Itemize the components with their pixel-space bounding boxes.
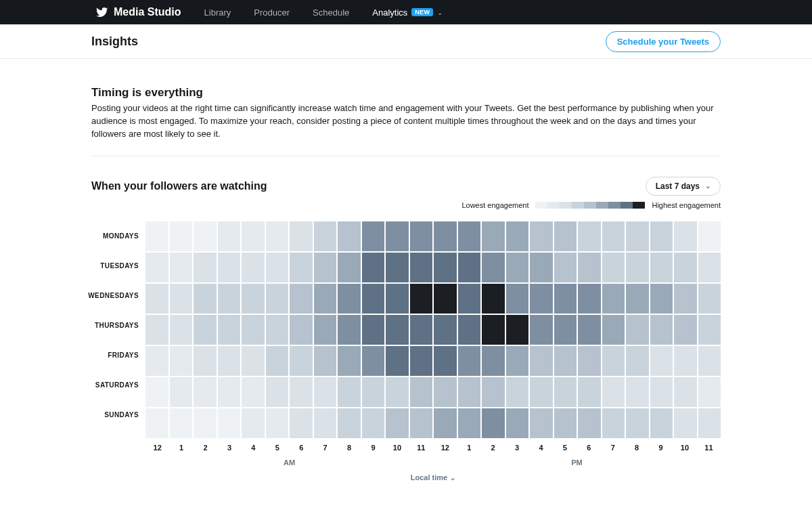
heatmap-cell[interactable]: [218, 221, 241, 251]
heatmap-cell[interactable]: [674, 408, 697, 438]
heatmap-cell[interactable]: [530, 284, 553, 314]
heatmap-cell[interactable]: [458, 315, 481, 345]
heatmap-cell[interactable]: [530, 377, 553, 407]
heatmap-cell[interactable]: [362, 377, 385, 407]
heatmap-cell[interactable]: [410, 284, 433, 314]
nav-analytics[interactable]: Analytics NEW ⌄: [372, 7, 443, 18]
heatmap-cell[interactable]: [674, 315, 697, 345]
heatmap-cell[interactable]: [506, 408, 529, 438]
heatmap-cell[interactable]: [482, 408, 505, 438]
heatmap-cell[interactable]: [530, 315, 553, 345]
heatmap-cell[interactable]: [338, 253, 361, 282]
nav-producer[interactable]: Producer: [254, 7, 290, 18]
heatmap-cell[interactable]: [218, 284, 241, 314]
heatmap-cell[interactable]: [458, 221, 481, 251]
heatmap-cell[interactable]: [578, 377, 601, 407]
heatmap-cell[interactable]: [626, 377, 649, 407]
heatmap-cell[interactable]: [698, 346, 721, 376]
heatmap-cell[interactable]: [698, 284, 721, 314]
heatmap-cell[interactable]: [602, 346, 625, 376]
heatmap-cell[interactable]: [218, 253, 241, 282]
heatmap-cell[interactable]: [554, 315, 577, 345]
heatmap-cell[interactable]: [578, 346, 601, 376]
heatmap-cell[interactable]: [410, 315, 433, 345]
date-range-button[interactable]: Last 7 days ⌄: [646, 177, 721, 196]
heatmap-cell[interactable]: [506, 346, 529, 376]
heatmap-cell[interactable]: [482, 315, 505, 345]
heatmap-cell[interactable]: [578, 408, 601, 438]
heatmap-cell[interactable]: [650, 221, 673, 251]
heatmap-cell[interactable]: [698, 315, 721, 345]
heatmap-cell[interactable]: [602, 253, 625, 282]
heatmap-cell[interactable]: [314, 377, 337, 407]
heatmap-cell[interactable]: [554, 408, 577, 438]
heatmap-cell[interactable]: [434, 346, 457, 376]
heatmap-cell[interactable]: [194, 377, 217, 407]
heatmap-cell[interactable]: [554, 346, 577, 376]
heatmap-cell[interactable]: [362, 284, 385, 314]
heatmap-cell[interactable]: [266, 253, 289, 282]
heatmap-cell[interactable]: [602, 284, 625, 314]
heatmap-cell[interactable]: [674, 253, 697, 282]
timezone-selector[interactable]: Local time⌄: [145, 473, 721, 481]
heatmap-cell[interactable]: [338, 377, 361, 407]
heatmap-cell[interactable]: [434, 377, 457, 407]
heatmap-cell[interactable]: [530, 221, 553, 251]
heatmap-cell[interactable]: [626, 315, 649, 345]
heatmap-cell[interactable]: [242, 377, 265, 407]
heatmap-cell[interactable]: [266, 346, 289, 376]
heatmap-cell[interactable]: [410, 346, 433, 376]
brand[interactable]: Media Studio: [96, 6, 181, 18]
heatmap-cell[interactable]: [170, 346, 193, 376]
heatmap-cell[interactable]: [458, 377, 481, 407]
heatmap-cell[interactable]: [650, 315, 673, 345]
heatmap-cell[interactable]: [145, 408, 168, 438]
heatmap-cell[interactable]: [674, 377, 697, 407]
heatmap-cell[interactable]: [170, 315, 193, 345]
heatmap-cell[interactable]: [554, 253, 577, 282]
heatmap-cell[interactable]: [145, 377, 168, 407]
heatmap-cell[interactable]: [698, 377, 721, 407]
heatmap-cell[interactable]: [314, 346, 337, 376]
heatmap-cell[interactable]: [506, 315, 529, 345]
nav-schedule[interactable]: Schedule: [313, 7, 349, 18]
heatmap-cell[interactable]: [362, 221, 385, 251]
heatmap-cell[interactable]: [290, 284, 313, 314]
heatmap-cell[interactable]: [145, 315, 168, 345]
heatmap-cell[interactable]: [650, 377, 673, 407]
heatmap-cell[interactable]: [602, 377, 625, 407]
heatmap-cell[interactable]: [290, 346, 313, 376]
heatmap-cell[interactable]: [386, 221, 409, 251]
heatmap-cell[interactable]: [194, 408, 217, 438]
heatmap-cell[interactable]: [626, 346, 649, 376]
heatmap-cell[interactable]: [626, 408, 649, 438]
heatmap-cell[interactable]: [194, 253, 217, 282]
heatmap-cell[interactable]: [482, 253, 505, 282]
heatmap-cell[interactable]: [434, 221, 457, 251]
heatmap-cell[interactable]: [242, 346, 265, 376]
heatmap-cell[interactable]: [602, 408, 625, 438]
heatmap-cell[interactable]: [578, 253, 601, 282]
heatmap-cell[interactable]: [194, 221, 217, 251]
heatmap-cell[interactable]: [242, 315, 265, 345]
heatmap-cell[interactable]: [386, 377, 409, 407]
heatmap-cell[interactable]: [482, 284, 505, 314]
heatmap-cell[interactable]: [482, 221, 505, 251]
heatmap-cell[interactable]: [170, 408, 193, 438]
heatmap-cell[interactable]: [170, 284, 193, 314]
heatmap-cell[interactable]: [578, 284, 601, 314]
heatmap-cell[interactable]: [626, 253, 649, 282]
heatmap-cell[interactable]: [698, 408, 721, 438]
heatmap-cell[interactable]: [506, 284, 529, 314]
heatmap-cell[interactable]: [266, 284, 289, 314]
heatmap-cell[interactable]: [410, 221, 433, 251]
heatmap-cell[interactable]: [170, 253, 193, 282]
heatmap-cell[interactable]: [458, 284, 481, 314]
heatmap-cell[interactable]: [386, 315, 409, 345]
heatmap-cell[interactable]: [314, 221, 337, 251]
schedule-tweets-button[interactable]: Schedule your Tweets: [606, 31, 721, 52]
heatmap-cell[interactable]: [170, 221, 193, 251]
heatmap-cell[interactable]: [554, 377, 577, 407]
heatmap-cell[interactable]: [362, 315, 385, 345]
heatmap-cell[interactable]: [554, 221, 577, 251]
